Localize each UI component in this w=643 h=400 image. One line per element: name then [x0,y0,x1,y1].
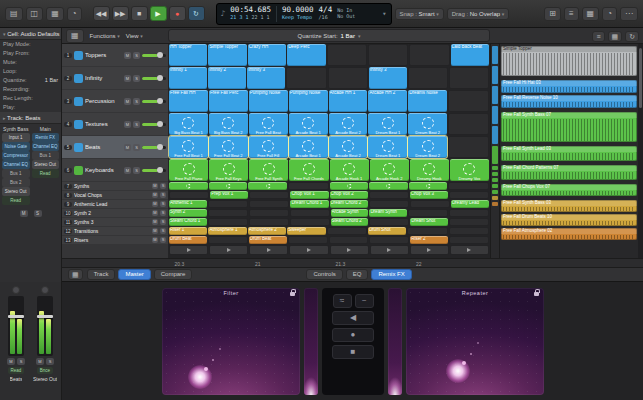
cell-param-play-mode[interactable]: Play Mode: [0,40,61,49]
loop-cell-prep-vox-1[interactable]: Prep Vox 1 [210,191,248,199]
track-inspector-header[interactable]: ▸ Track: Beats [0,112,61,124]
scrollbar-thumb[interactable] [639,48,642,108]
volume-knob[interactable] [157,75,163,81]
bar-ruler[interactable]: 20.32121.322 [62,258,643,268]
grid-arrange-divider[interactable] [490,44,500,258]
tab-eq[interactable]: EQ [346,269,369,280]
loop-cell-laid-back-beat[interactable]: Laid Back Beat [451,44,489,66]
loop-cell-infinity-2[interactable]: Infinity 2 [208,67,246,89]
loop-cell-arcade-beat-1[interactable]: Arcade Beat 1 [289,136,328,158]
empty-cell[interactable] [249,200,289,208]
tab-compare[interactable]: Compare [154,269,193,280]
remix-console-button-0[interactable]: ≈ [333,294,352,308]
fx-slider-right[interactable] [388,288,402,395]
cell-inspector-header[interactable]: ▾ Cell: Audio Defaults [0,28,61,40]
loop-cell-arcade-hook-1[interactable]: Arcade Hook 1 [330,159,369,181]
strip-slot-read[interactable]: Read [2,196,30,205]
loop-cell-pumping-noise[interactable]: Pumping Noise [249,90,288,112]
grid-toolbar-icon-2[interactable]: ↻ [625,31,639,42]
remix-console-button-3[interactable]: ● [332,328,374,342]
loop-cell-atmosphere-2[interactable]: Atmosphere 2 [248,227,286,235]
mute-button[interactable]: M [152,192,158,198]
loop-cell-arcade-hh-2[interactable]: Arcade HH 2 [368,90,407,112]
empty-cell[interactable] [327,44,367,66]
grid-toolbar-icon-0[interactable]: ≡ [592,31,604,42]
loop-cell-free-fall-chords[interactable]: Free Fall Chords [289,159,328,181]
loop-cell-big-bass-beat-1[interactable]: Big Bass Beat 1 [169,113,208,135]
mute-button[interactable]: M [124,52,131,59]
solo-button[interactable]: S [160,183,166,189]
editor-grid-icon[interactable]: ▦ [68,269,83,280]
fx-slider-left[interactable] [304,288,318,395]
loop-cell-free-fall-piano[interactable]: Free Fall Piano [169,159,208,181]
strip-slot-stereo-out[interactable]: Stereo Out [2,187,30,196]
empty-cell[interactable] [448,90,489,112]
loop-cell-free-fall-keys[interactable]: Free Fall Keys [209,159,248,181]
empty-cell[interactable] [369,200,409,208]
volume-slider[interactable] [142,146,166,149]
solo-button[interactable]: S [46,358,54,365]
strip-slot-noise-gate[interactable]: Noise Gate [2,142,30,151]
empty-cell[interactable] [288,182,329,190]
loop-cell-free-fall-synth[interactable]: Free Fall Synth [249,159,288,181]
track-header-transitions[interactable]: 12TransitionsMS [62,227,168,235]
empty-cell[interactable] [408,67,448,89]
solo-button[interactable]: S [133,167,140,174]
volume-knob[interactable] [157,121,163,127]
forward-button[interactable]: ▶▶ [112,6,129,21]
solo-button[interactable]: S [160,219,166,225]
empty-cell[interactable] [410,200,450,208]
volume-knob[interactable] [157,98,163,104]
empty-cell[interactable] [169,191,209,199]
drag-dropdown[interactable]: Drag : No Overlap ▾ [447,8,510,20]
loop-cell-drum-shot[interactable]: Drum Shot [368,227,406,235]
loop-cell-synths-6[interactable] [369,182,408,190]
fader-handle[interactable] [8,315,24,318]
tab-master[interactable]: Master [118,269,150,280]
empty-cell[interactable] [208,236,248,244]
toolbar-icon-0[interactable]: ⊞ [544,7,561,21]
loop-cell-dream-synth[interactable]: Dream Synth [369,209,407,217]
solo-button[interactable]: S [160,192,166,198]
region-free-fall-drum-beats-10[interactable]: Free Fall Drum Beats 10 [501,214,637,226]
snap-dropdown[interactable]: Snap : Smart ▾ [395,8,444,20]
region-simple-topper[interactable]: Simple Topper [501,46,637,76]
empty-cell[interactable] [288,236,328,244]
region-free-fall-hi-hat-03[interactable]: Free Fall Hi Hat 03 [501,80,637,93]
loop-cell-dream-chord-2[interactable]: Dream Chord 2 [330,200,368,208]
grid-icon[interactable]: ▦ [66,29,84,43]
strip-slot-input-1[interactable]: Input 1 [2,133,30,142]
region-free-fall-synth-bass-07[interactable]: Free Fall Synth Bass 07 [501,112,637,142]
loop-cell-synths-2[interactable] [209,182,248,190]
loop-cell-steam-chord-1[interactable]: Steam Chord 1 [169,218,207,226]
scene-trigger-6[interactable] [370,245,409,255]
volume-slider[interactable] [142,169,166,172]
loop-cell-free-fall-hh[interactable]: Free Fall HH [169,90,208,112]
tab-remix-fx[interactable]: Remix FX [371,269,411,280]
loop-cell-dreamy-hook[interactable]: Dreamy Hook [410,159,449,181]
loop-cell-free-fall-perc[interactable]: Free Fall Perc [209,90,248,112]
loop-cell-infinity-3[interactable]: Infinity 3 [247,67,285,89]
cell-param-loop[interactable]: Loop: [0,67,61,76]
track-header-synth-2[interactable]: 10Synth 2MS [62,209,168,217]
empty-cell[interactable] [408,209,448,217]
mute-button[interactable]: M [152,237,158,243]
loop-cell-dream-shot[interactable]: Dream Shot [410,218,448,226]
loop-cell-sweeper[interactable]: Sweeper [287,227,325,235]
loop-cell-dreamy-lead[interactable]: Dreamy Lead [451,200,489,208]
loop-cell-dream-chord-1[interactable]: Dream Chord 1 [290,200,328,208]
scene-trigger-3[interactable] [249,245,288,255]
toolbar-icon-4[interactable]: ⋯ [620,7,638,21]
loop-cell-arcade-hh-1[interactable]: Arcade HH 1 [329,90,368,112]
empty-cell[interactable] [448,182,489,190]
region-free-fall-synth-bass-03[interactable]: Free Fall Synth Bass 03 [501,200,637,212]
cell-param-quantize[interactable]: Quantize:1 Bar [0,76,61,85]
loop-cell-arcade-hook-2[interactable]: Arcade Hook 2 [370,159,409,181]
empty-cell[interactable] [249,218,289,226]
loop-cell-crazy-hh[interactable]: Crazy HH [248,44,286,66]
empty-cell[interactable] [329,236,369,244]
solo-button[interactable]: S [160,210,166,216]
loop-cell-free-fall-beat-1[interactable]: Free Fall Beat 1 [169,136,208,158]
mute-button[interactable]: M [124,167,131,174]
empty-cell[interactable] [369,191,409,199]
